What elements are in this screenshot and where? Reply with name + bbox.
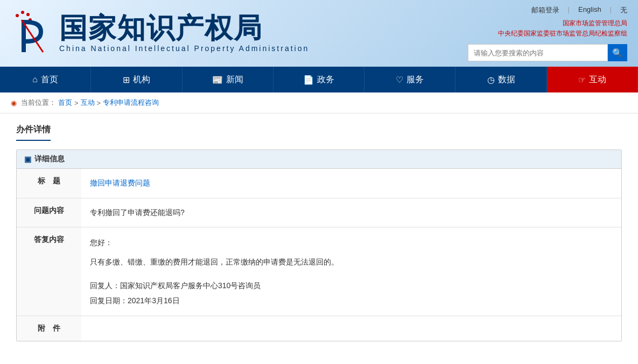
data-icon: ◷	[487, 75, 495, 85]
detail-header: ▣ 详细信息	[17, 150, 621, 169]
header-top-links: 邮箱登录 | English | 无	[531, 5, 627, 15]
table-row-attachment: 附 件	[17, 316, 621, 341]
breadcrumb-interact[interactable]: 互动	[81, 98, 95, 108]
svg-point-2	[26, 13, 30, 16]
answer-date: 回复日期：2021年3月16日	[90, 293, 613, 308]
nav-policy[interactable]: 📄 政务	[274, 67, 364, 92]
answer-main-text: 只有多缴、错缴、重缴的费用才能退回，正常缴纳的申请费是无法退回的。	[90, 254, 613, 269]
logo-en-text: China National Intellectual Property Adm…	[59, 44, 309, 53]
nav-news[interactable]: 📰 新闻	[183, 67, 274, 92]
breadcrumb: ◉ 当前位置： 首页 > 互动 > 专利申请流程咨询	[0, 92, 638, 113]
breadcrumb-sep-2: >	[97, 99, 101, 107]
location-icon: ◉	[11, 99, 17, 107]
main-content: 办件详情 ▣ 详细信息 标 题 撤回申请退费问题 问题内容 专利撤回了申请费还能…	[0, 113, 638, 352]
breadcrumb-prefix: 当前位置：	[21, 98, 56, 108]
label-question: 问题内容	[17, 198, 81, 227]
nav-data-label: 数据	[498, 74, 515, 85]
answer-greeting: 您好：	[90, 235, 613, 250]
separator-2: |	[610, 5, 612, 15]
detail-header-text: 详细信息	[34, 154, 65, 164]
interact-icon: ☞	[578, 75, 586, 85]
nav-data[interactable]: ◷ 数据	[455, 67, 546, 92]
logo-area: 国家知识产权局 China National Intellectual Prop…	[11, 9, 468, 58]
english-link[interactable]: English	[578, 5, 601, 15]
detail-table: 标 题 撤回申请退费问题 问题内容 专利撤回了申请费还能退吗? 答复内容 您好：…	[17, 169, 621, 340]
nav-institution-label: 机构	[133, 74, 150, 85]
home-icon: ⌂	[32, 75, 38, 84]
service-icon: ♡	[396, 75, 403, 85]
question-text: 专利撤回了申请费还能退吗?	[90, 208, 185, 217]
table-row-answer: 答复内容 您好： 只有多缴、错缴、重缴的费用才能退回，正常缴纳的申请费是无法退回…	[17, 227, 621, 316]
value-question: 专利撤回了申请费还能退吗?	[81, 198, 621, 227]
site-header: 国家知识产权局 China National Intellectual Prop…	[0, 0, 638, 67]
label-attachment: 附 件	[17, 316, 81, 341]
detail-box: ▣ 详细信息 标 题 撤回申请退费问题 问题内容 专利撤回了申请费还能退吗? 答…	[16, 149, 622, 341]
breadcrumb-current: 专利申请流程咨询	[103, 98, 159, 108]
svg-point-1	[21, 11, 24, 14]
main-nav: ⌂ 首页 ⊞ 机构 📰 新闻 📄 政务 ♡ 服务 ◷ 数据 ☞ 互动	[0, 67, 638, 92]
policy-icon: 📄	[303, 75, 314, 85]
table-row-question: 问题内容 专利撤回了申请费还能退吗?	[17, 198, 621, 227]
breadcrumb-home[interactable]: 首页	[58, 98, 72, 108]
institution-icon: ⊞	[123, 75, 130, 85]
value-answer: 您好： 只有多缴、错缴、重缴的费用才能退回，正常缴纳的申请费是无法退回的。 回复…	[81, 227, 621, 316]
nav-service[interactable]: ♡ 服务	[364, 67, 455, 92]
nav-home-label: 首页	[41, 74, 58, 85]
svg-point-0	[16, 14, 19, 17]
gov-link-2[interactable]: 中央纪委国家监委驻市场监管总局纪检监察组	[498, 28, 627, 39]
label-title: 标 题	[17, 169, 81, 198]
search-icon: 🔍	[612, 48, 623, 58]
logo-cn-text: 国家知识产权局	[59, 14, 309, 42]
nav-institution[interactable]: ⊞ 机构	[91, 67, 182, 92]
search-button[interactable]: 🔍	[608, 44, 627, 61]
section-title: 办件详情	[16, 124, 51, 141]
value-attachment	[81, 316, 621, 341]
value-title: 撤回申请退费问题	[81, 169, 621, 198]
gov-link-1[interactable]: 国家市场监管管理总局	[498, 18, 627, 28]
nav-policy-label: 政务	[317, 74, 334, 85]
breadcrumb-sep-1: >	[74, 99, 79, 107]
mail-login-link[interactable]: 邮箱登录	[531, 5, 559, 15]
nav-interact-label: 互动	[589, 74, 606, 85]
label-answer: 答复内容	[17, 227, 81, 316]
detail-header-icon: ▣	[24, 155, 31, 163]
separator-1: |	[568, 5, 570, 15]
nav-home[interactable]: ⌂ 首页	[0, 67, 91, 92]
answer-responder: 回复人：国家知识产权局客户服务中心310号咨询员	[90, 278, 613, 293]
logo-text-area: 国家知识产权局 China National Intellectual Prop…	[59, 14, 309, 53]
search-input[interactable]	[468, 44, 608, 61]
other-link[interactable]: 无	[620, 5, 627, 15]
header-right: 邮箱登录 | English | 无 国家市场监管管理总局 中央纪委国家监委驻市…	[468, 5, 627, 61]
nav-service-label: 服务	[406, 74, 424, 85]
news-icon: 📰	[212, 75, 223, 85]
table-row-title: 标 题 撤回申请退费问题	[17, 169, 621, 198]
title-text: 撤回申请退费问题	[90, 179, 150, 187]
logo-icon	[11, 9, 54, 58]
search-bar: 🔍	[468, 44, 627, 61]
nav-news-label: 新闻	[226, 74, 243, 85]
gov-links: 国家市场监管管理总局 中央纪委国家监委驻市场监管总局纪检监察组	[498, 18, 627, 39]
answer-text: 您好： 只有多缴、错缴、重缴的费用才能退回，正常缴纳的申请费是无法退回的。 回复…	[90, 235, 613, 308]
nav-interact[interactable]: ☞ 互动	[547, 67, 638, 92]
